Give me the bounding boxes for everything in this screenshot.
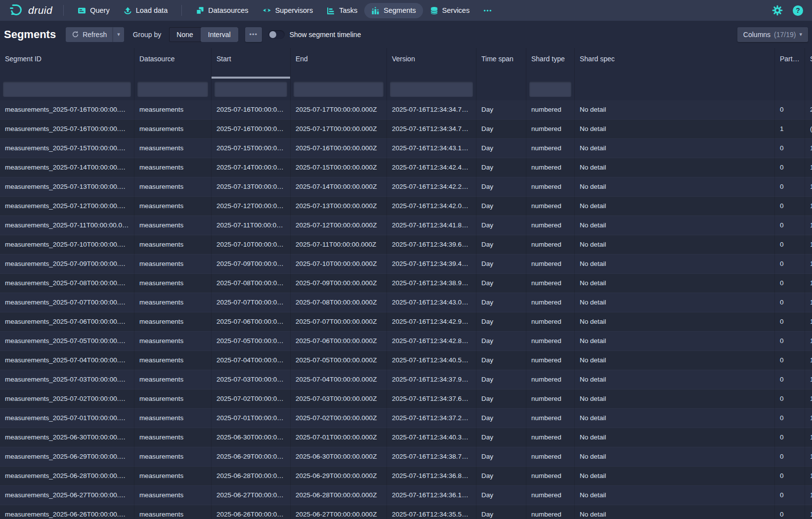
cell-segment_id[interactable]: measurements_2025-07-09T00:00:00.000Z... bbox=[0, 255, 134, 274]
column-header-shard_type[interactable]: Shard type bbox=[526, 48, 575, 79]
cell-start[interactable]: 2025-06-30T00:00:00.000Z bbox=[212, 428, 291, 447]
cell-end[interactable]: 2025-07-17T00:00:00.000Z bbox=[291, 120, 387, 139]
nav-item-services[interactable]: Services bbox=[423, 3, 477, 18]
table-row[interactable]: measurements_2025-07-04T00:00:00.000Z...… bbox=[0, 351, 812, 370]
cell-shard_type[interactable]: numbered bbox=[526, 216, 575, 235]
cell-datasource[interactable]: measurements bbox=[134, 197, 212, 216]
cell-shard_spec[interactable]: No detail bbox=[575, 197, 775, 216]
column-header-time_span[interactable]: Time span bbox=[476, 48, 526, 79]
cell-partition[interactable]: 0 bbox=[775, 293, 805, 312]
cell-time_span[interactable]: Day bbox=[476, 293, 526, 312]
cell-time_span[interactable]: Day bbox=[476, 158, 526, 177]
cell-shard_spec[interactable]: No detail bbox=[575, 428, 775, 447]
column-header-segment_id[interactable]: Segment ID bbox=[0, 48, 134, 79]
cell-segment_id[interactable]: measurements_2025-06-27T00:00:00.000Z... bbox=[0, 486, 134, 505]
cell-version[interactable]: 2025-07-16T12:34:38.760Z bbox=[387, 447, 476, 467]
cell-shard_type[interactable]: numbered bbox=[526, 370, 575, 389]
cell-start[interactable]: 2025-07-16T00:00:00.000Z bbox=[212, 100, 291, 120]
cell-end[interactable]: 2025-07-15T00:00:00.000Z bbox=[291, 158, 387, 177]
cell-version[interactable]: 2025-07-16T12:34:41.851Z bbox=[387, 216, 476, 235]
cell-end[interactable]: 2025-07-07T00:00:00.000Z bbox=[291, 312, 387, 332]
cell-partition[interactable]: 0 bbox=[775, 332, 805, 351]
cell-size[interactable]: 1 bbox=[805, 293, 812, 312]
cell-end[interactable]: 2025-07-05T00:00:00.000Z bbox=[291, 351, 387, 370]
cell-datasource[interactable]: measurements bbox=[134, 120, 212, 139]
cell-time_span[interactable]: Day bbox=[476, 274, 526, 293]
cell-segment_id[interactable]: measurements_2025-07-01T00:00:00.000Z... bbox=[0, 409, 134, 428]
cell-size[interactable]: 1 bbox=[805, 177, 812, 197]
cell-time_span[interactable]: Day bbox=[476, 467, 526, 486]
cell-shard_type[interactable]: numbered bbox=[526, 351, 575, 370]
cell-version[interactable]: 2025-07-16T12:34:42.287Z bbox=[387, 177, 476, 197]
cell-size[interactable]: 1 bbox=[805, 389, 812, 409]
cell-start[interactable]: 2025-07-12T00:00:00.000Z bbox=[212, 197, 291, 216]
cell-start[interactable]: 2025-07-09T00:00:00.000Z bbox=[212, 255, 291, 274]
cell-end[interactable]: 2025-07-14T00:00:00.000Z bbox=[291, 177, 387, 197]
cell-end[interactable]: 2025-07-08T00:00:00.000Z bbox=[291, 293, 387, 312]
cell-shard_spec[interactable]: No detail bbox=[575, 351, 775, 370]
cell-time_span[interactable]: Day bbox=[476, 409, 526, 428]
cell-time_span[interactable]: Day bbox=[476, 389, 526, 409]
cell-size[interactable]: 1 bbox=[805, 428, 812, 447]
cell-shard_type[interactable]: numbered bbox=[526, 177, 575, 197]
cell-start[interactable]: 2025-06-28T00:00:00.000Z bbox=[212, 467, 291, 486]
cell-segment_id[interactable]: measurements_2025-07-14T00:00:00.000Z... bbox=[0, 158, 134, 177]
table-row[interactable]: measurements_2025-07-13T00:00:00.000Z...… bbox=[0, 177, 812, 197]
cell-shard_spec[interactable]: No detail bbox=[575, 447, 775, 467]
cell-shard_type[interactable]: numbered bbox=[526, 235, 575, 255]
cell-partition[interactable]: 0 bbox=[775, 255, 805, 274]
cell-partition[interactable]: 0 bbox=[775, 158, 805, 177]
nav-item-tasks[interactable]: Tasks bbox=[320, 3, 364, 18]
cell-size[interactable]: 1 bbox=[805, 332, 812, 351]
cell-partition[interactable]: 0 bbox=[775, 505, 805, 519]
cell-shard_spec[interactable]: No detail bbox=[575, 505, 775, 519]
table-row[interactable]: measurements_2025-07-01T00:00:00.000Z...… bbox=[0, 409, 812, 428]
cell-segment_id[interactable]: measurements_2025-07-06T00:00:00.000Z... bbox=[0, 312, 134, 332]
group-by-option-interval[interactable]: Interval bbox=[201, 27, 238, 42]
cell-shard_spec[interactable]: No detail bbox=[575, 177, 775, 197]
nav-item-load-data[interactable]: Load data bbox=[117, 3, 175, 18]
group-by-option-none[interactable]: None bbox=[169, 27, 200, 42]
cell-start[interactable]: 2025-07-11T00:00:00.000Z bbox=[212, 216, 291, 235]
nav-item-query[interactable]: Query bbox=[71, 3, 117, 18]
cell-version[interactable]: 2025-07-16T12:34:37.670Z bbox=[387, 389, 476, 409]
cell-partition[interactable]: 0 bbox=[775, 370, 805, 389]
cell-time_span[interactable]: Day bbox=[476, 100, 526, 120]
cell-shard_spec[interactable]: No detail bbox=[575, 467, 775, 486]
cell-end[interactable]: 2025-07-04T00:00:00.000Z bbox=[291, 370, 387, 389]
cell-version[interactable]: 2025-07-16T12:34:37.963Z bbox=[387, 370, 476, 389]
table-row[interactable]: measurements_2025-07-15T00:00:00.000Z...… bbox=[0, 139, 812, 158]
cell-size[interactable]: 1 bbox=[805, 409, 812, 428]
cell-version[interactable]: 2025-07-16T12:34:42.447Z bbox=[387, 158, 476, 177]
cell-shard_spec[interactable]: No detail bbox=[575, 255, 775, 274]
cell-shard_spec[interactable]: No detail bbox=[575, 312, 775, 332]
cell-version[interactable]: 2025-07-16T12:34:35.567Z bbox=[387, 505, 476, 519]
nav-item-more[interactable] bbox=[476, 3, 499, 18]
filter-input-shard_type[interactable] bbox=[529, 82, 571, 97]
cell-shard_type[interactable]: numbered bbox=[526, 274, 575, 293]
column-header-size[interactable]: Size bbox=[805, 48, 812, 79]
cell-end[interactable]: 2025-07-01T00:00:00.000Z bbox=[291, 428, 387, 447]
cell-end[interactable]: 2025-06-27T00:00:00.000Z bbox=[291, 505, 387, 519]
cell-end[interactable]: 2025-07-13T00:00:00.000Z bbox=[291, 197, 387, 216]
cell-datasource[interactable]: measurements bbox=[134, 370, 212, 389]
cell-shard_type[interactable]: numbered bbox=[526, 158, 575, 177]
cell-shard_type[interactable]: numbered bbox=[526, 293, 575, 312]
cell-size[interactable]: 1 bbox=[805, 197, 812, 216]
cell-time_span[interactable]: Day bbox=[476, 177, 526, 197]
settings-gear-icon[interactable] bbox=[772, 5, 783, 16]
cell-shard_type[interactable]: numbered bbox=[526, 467, 575, 486]
cell-version[interactable]: 2025-07-16T12:34:36.823Z bbox=[387, 467, 476, 486]
cell-version[interactable]: 2025-07-16T12:34:39.683Z bbox=[387, 235, 476, 255]
cell-version[interactable]: 2025-07-16T12:34:40.551Z bbox=[387, 351, 476, 370]
segment-timeline-toggle[interactable] bbox=[268, 30, 285, 39]
cell-end[interactable]: 2025-07-17T00:00:00.000Z bbox=[291, 100, 387, 120]
cell-version[interactable]: 2025-07-16T12:34:42.064Z bbox=[387, 197, 476, 216]
cell-end[interactable]: 2025-07-11T00:00:00.000Z bbox=[291, 235, 387, 255]
cell-partition[interactable]: 1 bbox=[775, 120, 805, 139]
table-row[interactable]: measurements_2025-07-12T00:00:00.000Z...… bbox=[0, 197, 812, 216]
cell-start[interactable]: 2025-07-15T00:00:00.000Z bbox=[212, 139, 291, 158]
table-row[interactable]: measurements_2025-06-30T00:00:00.000Z...… bbox=[0, 428, 812, 447]
cell-partition[interactable]: 0 bbox=[775, 216, 805, 235]
cell-time_span[interactable]: Day bbox=[476, 255, 526, 274]
